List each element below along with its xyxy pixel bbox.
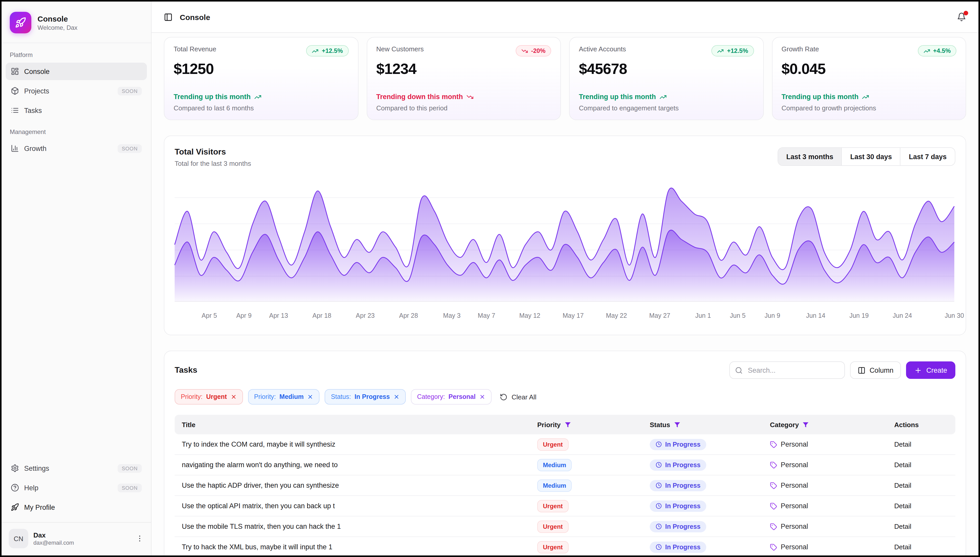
task-title-cell: Use the haptic ADP driver, then you can …: [174, 482, 530, 489]
stat-value: $1250: [174, 60, 349, 78]
filter-chip-status-in-progress[interactable]: Status:In Progress: [325, 389, 406, 404]
status-badge: In Progress: [650, 439, 706, 450]
range-tabs: Last 3 months Last 30 days Last 7 days: [778, 147, 956, 166]
sidebar-item-my-profile[interactable]: My Profile: [6, 498, 147, 516]
col-title[interactable]: Title: [174, 421, 530, 428]
detail-link[interactable]: Detail: [894, 523, 912, 530]
priority-badge: Medium: [537, 479, 572, 492]
svg-text:Apr 28: Apr 28: [399, 312, 418, 319]
trending-up-icon: [659, 93, 667, 100]
detail-link[interactable]: Detail: [894, 543, 912, 551]
sidebar-item-console[interactable]: Console: [6, 63, 147, 80]
status-badge: In Progress: [650, 521, 706, 532]
sidebar-item-label: Projects: [24, 87, 49, 95]
stat-compare-line: Compared to growth projections: [781, 104, 956, 112]
filter-chip-priority-medium[interactable]: Priority:Medium: [248, 389, 320, 404]
sidebar-item-tasks[interactable]: Tasks: [6, 102, 147, 119]
clock-icon: [656, 482, 662, 489]
main-area: Console Total Revenue +12.5% $1250 Trend…: [152, 2, 978, 555]
sidebar-item-help[interactable]: Help SOON: [6, 479, 147, 497]
search-input-wrap: [729, 362, 845, 379]
notifications-button[interactable]: [957, 12, 966, 21]
chart-title: Total Visitors: [174, 147, 251, 156]
filter-chip-priority-urgent[interactable]: Priority:Urgent: [174, 389, 243, 404]
content: Total Revenue +12.5% $1250 Trending up t…: [152, 33, 978, 555]
detail-link[interactable]: Detail: [894, 440, 912, 448]
tasks-controls: Column Create: [729, 362, 956, 379]
sidebar-item-growth[interactable]: Growth SOON: [6, 140, 147, 157]
tab-last-30-days[interactable]: Last 30 days: [841, 148, 900, 165]
svg-text:Jun 5: Jun 5: [730, 312, 745, 319]
task-status-cell: In Progress: [642, 439, 763, 450]
trending-up-icon: [923, 47, 930, 54]
tab-last-3-months[interactable]: Last 3 months: [778, 148, 841, 165]
svg-text:May 27: May 27: [649, 312, 670, 319]
trend-badge: +4.5%: [918, 45, 956, 57]
task-status-cell: In Progress: [642, 459, 763, 471]
user-row[interactable]: CN Dax dax@email.com: [2, 523, 151, 555]
close-icon[interactable]: [393, 394, 400, 400]
task-priority-cell: Medium: [530, 459, 642, 471]
svg-text:Jun 30: Jun 30: [944, 312, 964, 319]
svg-text:May 7: May 7: [478, 312, 495, 319]
sidebar-item-settings[interactable]: Settings SOON: [6, 459, 147, 477]
brand-name: Console: [38, 14, 78, 23]
list-icon: [11, 106, 19, 114]
box-icon: [11, 87, 19, 95]
create-button[interactable]: Create: [906, 362, 956, 379]
column-button[interactable]: Column: [850, 362, 901, 379]
clear-all-button[interactable]: Clear All: [500, 393, 536, 401]
tab-last-7-days[interactable]: Last 7 days: [900, 148, 955, 165]
priority-badge: Medium: [537, 459, 572, 471]
priority-badge: Urgent: [537, 520, 568, 533]
task-actions-cell: Detail: [887, 543, 954, 551]
detail-link[interactable]: Detail: [894, 502, 912, 510]
detail-link[interactable]: Detail: [894, 461, 912, 469]
col-category[interactable]: Category: [763, 421, 887, 428]
search-input[interactable]: [747, 366, 840, 375]
svg-text:Jun 19: Jun 19: [849, 312, 869, 319]
table-row: Try to hack the XML bus, maybe it will i…: [174, 537, 956, 555]
close-icon[interactable]: [479, 394, 485, 400]
task-status-cell: In Progress: [642, 521, 763, 532]
clock-icon: [656, 523, 662, 530]
sidebar-toggle-icon[interactable]: [164, 13, 173, 21]
soon-badge: SOON: [117, 464, 142, 472]
app-root: Console Welcome, Dax Platform Console Pr…: [0, 0, 980, 557]
trending-up-icon: [312, 47, 319, 54]
stat-card-total-revenue: Total Revenue +12.5% $1250 Trending up t…: [164, 37, 358, 120]
tag-icon: [770, 502, 777, 510]
tag-icon: [770, 482, 777, 489]
filter-funnel-icon[interactable]: [564, 421, 571, 428]
close-icon[interactable]: [307, 394, 313, 400]
task-category-cell: Personal: [763, 440, 887, 448]
stat-trend-line: Trending down this month: [376, 93, 551, 101]
close-icon[interactable]: [230, 394, 236, 400]
soon-badge: SOON: [117, 86, 142, 95]
task-actions-cell: Detail: [887, 523, 954, 530]
stat-compare-line: Compared to last 6 months: [174, 104, 349, 112]
page-title: Console: [180, 13, 210, 21]
area-chart: Apr 5Apr 9Apr 13Apr 18Apr 23Apr 28May 3M…: [174, 172, 954, 322]
soon-badge: SOON: [117, 144, 142, 153]
soon-badge: SOON: [117, 483, 142, 492]
col-priority[interactable]: Priority: [530, 421, 642, 428]
sidebar-item-label: Growth: [24, 145, 46, 152]
stat-trend-line: Trending up this month: [174, 93, 349, 101]
svg-text:Apr 5: Apr 5: [202, 312, 217, 319]
table-body: Try to index the COM card, maybe it will…: [174, 434, 956, 555]
more-vertical-icon[interactable]: [135, 534, 144, 542]
task-category-cell: Personal: [763, 461, 887, 469]
filter-funnel-icon[interactable]: [673, 421, 680, 428]
filter-chip-category-personal[interactable]: Category:Personal: [411, 389, 492, 404]
table-row: Use the optical API matrix, then you can…: [174, 496, 956, 516]
task-priority-cell: Urgent: [530, 520, 642, 533]
rocket-logo-icon: [10, 12, 31, 33]
filter-funnel-icon[interactable]: [802, 421, 809, 428]
col-status[interactable]: Status: [642, 421, 763, 428]
detail-link[interactable]: Detail: [894, 482, 912, 489]
user-email: dax@email.com: [33, 539, 74, 546]
visitors-chart-card: Total Visitors Total for the last 3 mont…: [164, 135, 966, 335]
sidebar-item-projects[interactable]: Projects SOON: [6, 82, 147, 99]
table-row: Use the haptic ADP driver, then you can …: [174, 476, 956, 496]
